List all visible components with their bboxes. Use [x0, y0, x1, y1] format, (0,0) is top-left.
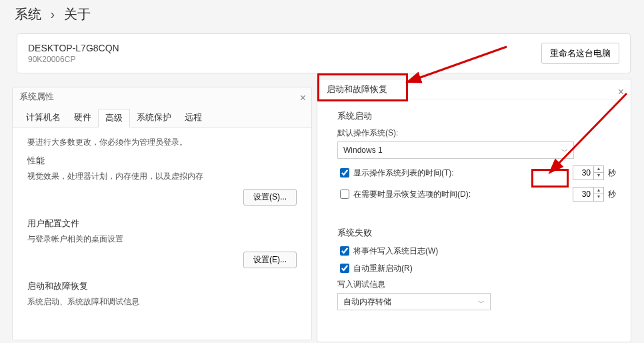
- spin-down-icon[interactable]: ▾: [594, 194, 603, 201]
- profiles-heading: 用户配置文件: [27, 218, 297, 230]
- default-os-label: 默认操作系统(S):: [337, 127, 616, 139]
- write-log-text: 将事件写入系统日志(W): [353, 246, 438, 257]
- debug-info-select[interactable]: 自动内存转储 ﹀: [337, 293, 491, 310]
- perf-settings-button[interactable]: 设置(S)...: [243, 189, 297, 206]
- chevron-down-icon: ﹀: [561, 147, 568, 156]
- auto-restart-checkbox[interactable]: [340, 264, 349, 273]
- breadcrumb-about: 关于: [64, 7, 91, 21]
- perf-desc: 视觉效果，处理器计划，内存使用，以及虚拟内存: [27, 171, 297, 182]
- profiles-desc: 与登录帐户相关的桌面设置: [27, 234, 297, 245]
- seconds-unit: 秒: [608, 189, 616, 200]
- close-icon[interactable]: ×: [300, 89, 306, 107]
- auto-restart-checkbox-label[interactable]: 自动重新启动(R): [337, 262, 616, 275]
- show-os-list-checkbox[interactable]: [340, 168, 349, 178]
- device-model: 90K20006CP: [28, 55, 119, 64]
- recovery-time-input[interactable]: [573, 187, 594, 202]
- breadcrumb-sep: ›: [51, 7, 55, 21]
- auto-restart-text: 自动重新启动(R): [353, 263, 413, 274]
- write-log-checkbox-label[interactable]: 将事件写入系统日志(W): [337, 244, 616, 258]
- perf-heading: 性能: [27, 155, 297, 167]
- system-properties-dialog: 系统属性 × 计算机名 硬件 高级 系统保护 远程 要进行大多数更改，你必须作为…: [12, 87, 312, 340]
- breadcrumb-system[interactable]: 系统: [15, 7, 41, 21]
- seconds-unit: 秒: [608, 167, 616, 179]
- breadcrumb: 系统 › 关于: [15, 5, 91, 23]
- system-startup-group: 系统启动: [337, 110, 616, 122]
- startup-dialog-title: 启动和故障恢复: [327, 84, 387, 94]
- startup-recovery-dialog: 启动和故障恢复 × 系统启动 默认操作系统(S): Windows 1 ﹀ 显示…: [317, 79, 631, 342]
- debug-info-label: 写入调试信息: [337, 279, 616, 290]
- device-name: DESKTOP-L7G8CQN: [28, 43, 119, 53]
- startup-desc: 系统启动、系统故障和调试信息: [27, 296, 297, 308]
- show-recovery-text: 在需要时显示恢复选项的时间(D):: [353, 189, 471, 200]
- startup-heading: 启动和故障恢复: [27, 280, 297, 292]
- tab-hardware[interactable]: 硬件: [67, 109, 98, 127]
- spin-down-icon[interactable]: ▾: [594, 173, 603, 180]
- sysprop-title: 系统属性: [19, 91, 54, 101]
- profiles-settings-button[interactable]: 设置(E)...: [243, 252, 297, 268]
- recovery-time-spinner[interactable]: ▴▾: [573, 187, 604, 202]
- show-recovery-checkbox-label[interactable]: 在需要时显示恢复选项的时间(D):: [337, 188, 573, 201]
- write-log-checkbox[interactable]: [340, 246, 349, 256]
- close-icon[interactable]: ×: [618, 82, 624, 102]
- show-os-list-text: 显示操作系统列表的时间(T):: [353, 167, 454, 179]
- device-card: DESKTOP-L7G8CQN 90K20006CP 重命名这台电脑: [17, 33, 631, 73]
- os-list-time-spinner[interactable]: ▴▾: [573, 165, 604, 180]
- admin-note: 要进行大多数更改，你必须作为管理员登录。: [27, 137, 297, 148]
- rename-pc-button[interactable]: 重命名这台电脑: [541, 43, 619, 64]
- tab-system-protection[interactable]: 系统保护: [130, 109, 178, 127]
- chevron-down-icon: ﹀: [478, 298, 485, 308]
- os-list-time-input[interactable]: [573, 165, 594, 180]
- system-failure-group: 系统失败: [337, 227, 616, 239]
- debug-info-value: 自动内存转储: [343, 296, 391, 308]
- tab-advanced[interactable]: 高级: [98, 109, 130, 127]
- sysprop-tabs: 计算机名 硬件 高级 系统保护 远程: [13, 106, 311, 127]
- show-recovery-checkbox[interactable]: [340, 190, 349, 199]
- tab-computer-name[interactable]: 计算机名: [19, 109, 67, 127]
- show-os-list-checkbox-label[interactable]: 显示操作系统列表的时间(T):: [337, 166, 573, 180]
- default-os-value: Windows 1: [343, 145, 383, 155]
- tab-remote[interactable]: 远程: [178, 109, 209, 127]
- default-os-select[interactable]: Windows 1 ﹀: [337, 141, 574, 159]
